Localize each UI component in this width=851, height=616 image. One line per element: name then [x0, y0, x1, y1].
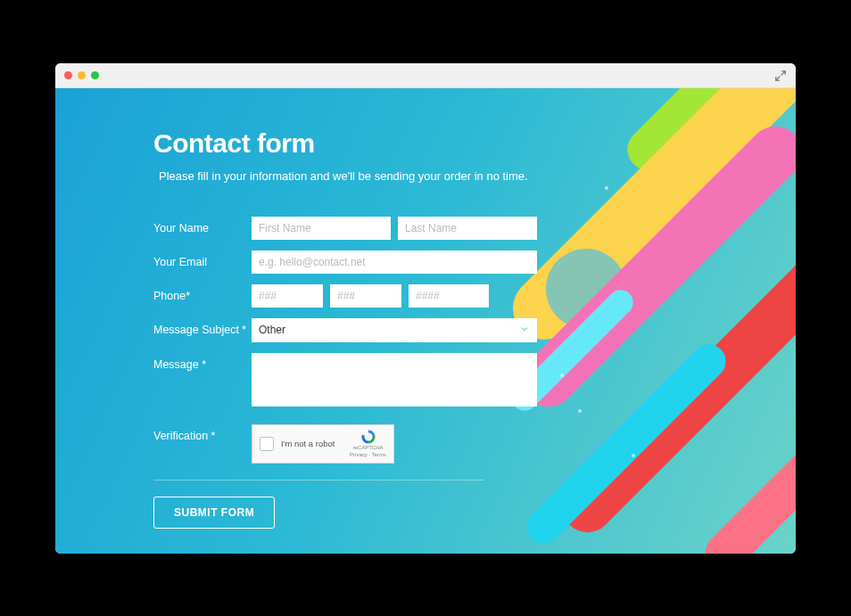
divider [153, 480, 483, 480]
verification-label: Verification * [153, 424, 252, 442]
phone-prefix-field[interactable] [330, 284, 401, 308]
row-verification: Verification * I'm not a robot reCAPTCHA… [153, 424, 537, 464]
page-title: Contact form [153, 128, 537, 159]
recaptcha-text: I'm not a robot [281, 439, 343, 448]
subject-select[interactable]: Other [252, 318, 537, 342]
minimize-icon[interactable] [78, 71, 86, 79]
recaptcha-checkbox[interactable] [260, 437, 274, 451]
email-label: Your Email [153, 251, 252, 268]
traffic-lights [64, 71, 99, 79]
close-icon[interactable] [64, 71, 72, 79]
browser-window: Contact form Please fill in your informa… [55, 63, 796, 554]
phone-area-field[interactable] [252, 284, 323, 308]
recaptcha-logo-icon: reCAPTCHA Privacy · Terms [350, 429, 386, 457]
window-titlebar [55, 63, 796, 88]
contact-form: Contact form Please fill in your informa… [153, 128, 537, 529]
first-name-field[interactable] [252, 217, 391, 240]
submit-button[interactable]: SUBMIT FORM [153, 497, 275, 529]
email-field[interactable] [252, 251, 537, 274]
row-subject: Message Subject * Other [153, 318, 537, 342]
chevron-down-icon [519, 324, 530, 337]
maximize-icon[interactable] [91, 71, 99, 79]
expand-icon[interactable] [774, 70, 787, 82]
row-message: Message * [153, 353, 537, 407]
message-field[interactable] [252, 353, 537, 407]
row-name: Your Name [153, 217, 537, 240]
subject-label: Message Subject * [153, 318, 252, 336]
recaptcha-widget[interactable]: I'm not a robot reCAPTCHA Privacy · Term… [252, 424, 394, 464]
message-label: Message * [153, 353, 252, 371]
page-subtitle: Please fill in your information and we'l… [153, 169, 537, 183]
name-label: Your Name [153, 217, 252, 234]
page-content: Contact form Please fill in your informa… [55, 88, 796, 554]
last-name-field[interactable] [398, 217, 537, 240]
subject-selected: Other [259, 324, 285, 336]
row-email: Your Email [153, 251, 537, 274]
row-phone: Phone* [153, 284, 537, 308]
phone-line-field[interactable] [409, 284, 489, 308]
phone-label: Phone* [153, 284, 252, 302]
